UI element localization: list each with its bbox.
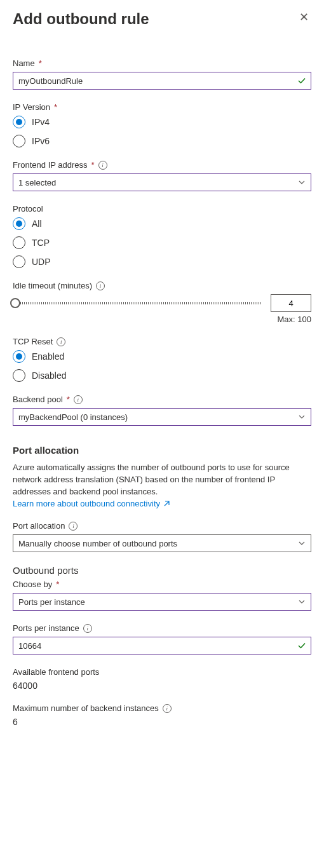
ports-per-instance-label: Ports per instance bbox=[13, 623, 79, 633]
radio-label: IPv4 bbox=[32, 117, 50, 127]
required-asterisk: * bbox=[91, 160, 95, 170]
required-asterisk: * bbox=[67, 395, 70, 404]
protocol-label: Protocol bbox=[13, 204, 43, 214]
idle-timeout-slider[interactable] bbox=[13, 302, 262, 304]
idle-timeout-field-group: Idle timeout (minutes) i Max: 100 bbox=[13, 281, 311, 324]
dropdown-value: Manually choose number of outbound ports bbox=[18, 539, 177, 548]
idle-timeout-label: Idle timeout (minutes) bbox=[13, 281, 92, 290]
info-icon[interactable]: i bbox=[57, 337, 65, 346]
port-allocation-field-group: Port allocation i Manually choose number… bbox=[13, 521, 311, 552]
radio-label: All bbox=[32, 219, 42, 229]
ip-version-ipv6-radio[interactable]: IPv6 bbox=[13, 135, 311, 147]
learn-more-text: Learn more about outbound connectivity bbox=[13, 498, 160, 510]
name-label: Name bbox=[13, 58, 35, 68]
tcp-reset-enabled-radio[interactable]: Enabled bbox=[13, 350, 311, 363]
max-instances-value: 6 bbox=[13, 717, 311, 727]
backend-pool-label: Backend pool bbox=[13, 395, 63, 404]
radio-icon bbox=[13, 255, 25, 268]
port-allocation-dropdown[interactable]: Manually choose number of outbound ports bbox=[13, 534, 311, 552]
protocol-udp-radio[interactable]: UDP bbox=[13, 255, 311, 268]
check-icon bbox=[297, 641, 306, 650]
radio-icon bbox=[13, 236, 25, 249]
info-icon[interactable]: i bbox=[98, 161, 107, 170]
required-asterisk: * bbox=[56, 580, 59, 589]
choose-by-label: Choose by bbox=[13, 580, 52, 589]
max-instances-label: Maximum number of backend instances bbox=[13, 703, 159, 713]
chevron-down-icon bbox=[298, 539, 306, 547]
radio-label: Disabled bbox=[32, 370, 66, 381]
chevron-down-icon bbox=[298, 598, 306, 606]
radio-icon bbox=[13, 217, 25, 230]
helper-text-body: Azure automatically assigns the number o… bbox=[13, 463, 290, 496]
radio-icon bbox=[13, 135, 25, 147]
choose-by-dropdown[interactable]: Ports per instance bbox=[13, 593, 311, 611]
port-allocation-label: Port allocation bbox=[13, 521, 65, 531]
page-title: Add outbound rule bbox=[13, 10, 149, 28]
port-allocation-helper: Azure automatically assigns the number o… bbox=[13, 462, 311, 510]
name-input[interactable] bbox=[13, 72, 311, 90]
info-icon[interactable]: i bbox=[163, 704, 172, 713]
port-allocation-heading: Port allocation bbox=[13, 445, 311, 456]
info-icon[interactable]: i bbox=[83, 624, 92, 633]
protocol-field-group: Protocol All TCP UDP bbox=[13, 204, 311, 268]
available-ports-value: 64000 bbox=[13, 681, 311, 691]
radio-label: UDP bbox=[32, 257, 51, 267]
backend-pool-dropdown[interactable]: myBackendPool (0 instances) bbox=[13, 408, 311, 426]
backend-pool-field-group: Backend pool * i myBackendPool (0 instan… bbox=[13, 395, 311, 426]
outbound-ports-heading: Outbound ports bbox=[13, 565, 311, 576]
required-asterisk: * bbox=[39, 58, 42, 68]
tcp-reset-field-group: TCP Reset i Enabled Disabled bbox=[13, 337, 311, 382]
chevron-down-icon bbox=[298, 179, 306, 186]
info-icon[interactable]: i bbox=[74, 395, 83, 404]
frontend-ip-label: Frontend IP address bbox=[13, 160, 88, 170]
radio-label: Enabled bbox=[32, 351, 64, 362]
frontend-ip-field-group: Frontend IP address * i 1 selected bbox=[13, 160, 311, 191]
info-icon[interactable]: i bbox=[69, 522, 78, 531]
name-field-group: Name * bbox=[13, 58, 311, 90]
info-icon[interactable]: i bbox=[96, 281, 105, 290]
frontend-ip-dropdown[interactable]: 1 selected bbox=[13, 173, 311, 191]
chevron-down-icon bbox=[298, 413, 306, 421]
idle-timeout-value-input[interactable] bbox=[271, 294, 311, 312]
ip-version-label: IP Version bbox=[13, 102, 50, 112]
radio-icon bbox=[13, 116, 25, 128]
learn-more-link[interactable]: Learn more about outbound connectivity bbox=[13, 498, 170, 510]
radio-icon bbox=[13, 369, 25, 382]
required-asterisk: * bbox=[54, 102, 57, 112]
protocol-tcp-radio[interactable]: TCP bbox=[13, 236, 311, 249]
choose-by-field-group: Choose by * Ports per instance bbox=[13, 580, 311, 611]
dropdown-value: myBackendPool (0 instances) bbox=[18, 412, 128, 422]
radio-label: TCP bbox=[32, 238, 50, 248]
ip-version-ipv4-radio[interactable]: IPv4 bbox=[13, 116, 311, 128]
radio-icon bbox=[13, 350, 25, 363]
protocol-all-radio[interactable]: All bbox=[13, 217, 311, 230]
available-ports-field-group: Available frontend ports 64000 bbox=[13, 667, 311, 691]
close-icon[interactable]: ✕ bbox=[297, 10, 311, 24]
available-ports-label: Available frontend ports bbox=[13, 667, 99, 677]
idle-timeout-max-label: Max: 100 bbox=[13, 315, 311, 324]
slider-thumb[interactable] bbox=[10, 298, 20, 308]
check-icon bbox=[297, 76, 306, 85]
dropdown-value: 1 selected bbox=[18, 178, 56, 187]
ports-per-instance-field-group: Ports per instance i bbox=[13, 623, 311, 654]
tcp-reset-disabled-radio[interactable]: Disabled bbox=[13, 369, 311, 382]
ports-per-instance-input[interactable] bbox=[13, 637, 311, 654]
radio-label: IPv6 bbox=[32, 136, 50, 146]
dropdown-value: Ports per instance bbox=[18, 597, 85, 607]
external-link-icon bbox=[163, 500, 170, 508]
tcp-reset-label: TCP Reset bbox=[13, 337, 53, 346]
ip-version-field-group: IP Version * IPv4 IPv6 bbox=[13, 102, 311, 147]
max-instances-field-group: Maximum number of backend instances i 6 bbox=[13, 703, 311, 727]
